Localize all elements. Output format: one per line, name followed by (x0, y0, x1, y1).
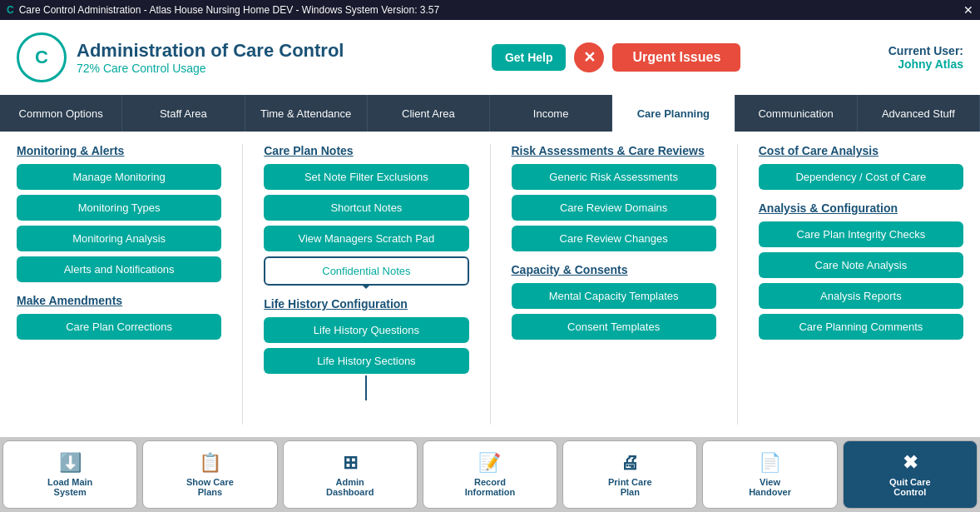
logo-circle: C (17, 32, 67, 82)
tab-client-area[interactable]: Client Area (368, 95, 490, 132)
title-bar: C Care Control Administration - Atlas Ho… (0, 0, 980, 20)
nav-tabs: Common Options Staff Area Time & Attenda… (0, 95, 980, 132)
life-history-sections-button[interactable]: Life History Sections (264, 348, 468, 374)
care-review-domains-button[interactable]: Care Review Domains (512, 195, 716, 221)
care-note-analysis-button[interactable]: Care Note Analysis (759, 252, 963, 278)
column-monitoring: Monitoring & Alerts Manage Monitoring Mo… (17, 144, 221, 425)
admin-dashboard-label: AdminDashboard (326, 477, 374, 497)
section-capacity-consents: Capacity & Consents (512, 263, 716, 276)
analysis-reports-button[interactable]: Analysis Reports (759, 283, 963, 309)
view-handover-button[interactable]: 📄 ViewHandover (702, 440, 837, 509)
logo-letter: C (35, 47, 48, 68)
tab-income[interactable]: Income (490, 95, 612, 132)
divider-3 (737, 144, 738, 425)
view-handover-icon: 📄 (759, 452, 781, 474)
section-analysis-config: Analysis & Configuration (759, 201, 963, 215)
quit-care-control-icon: ✖ (903, 452, 918, 474)
section-monitoring-alerts: Monitoring & Alerts (17, 144, 221, 157)
manage-monitoring-button[interactable]: Manage Monitoring (17, 164, 221, 190)
record-information-icon: 📝 (478, 452, 501, 474)
care-review-changes-button[interactable]: Care Review Changes (512, 226, 716, 251)
show-care-plans-label: Show CarePlans (186, 477, 234, 497)
tab-staff-area[interactable]: Staff Area (122, 95, 245, 132)
monitoring-analysis-button[interactable]: Monitoring Analysis (17, 226, 221, 251)
bottom-bar: ⬇️ Load MainSystem 📋 Show CarePlans ⊞ Ad… (0, 437, 980, 512)
tab-time-attendance[interactable]: Time & Attendance (245, 95, 368, 132)
life-history-questions-button[interactable]: Life History Questions (264, 317, 468, 343)
monitoring-types-button[interactable]: Monitoring Types (17, 195, 221, 221)
header: C Administration of Care Control 72% Car… (0, 20, 980, 95)
header-title: Administration of Care Control (77, 40, 344, 62)
get-help-button[interactable]: Get Help (492, 44, 567, 71)
header-user: Current User: Johny Atlas (888, 44, 963, 71)
record-information-label: RecordInformation (465, 477, 516, 497)
confidential-notes-button[interactable]: Confidential Notes (264, 256, 468, 286)
tab-care-planning[interactable]: Care Planning (612, 95, 735, 132)
shortcut-notes-button[interactable]: Shortcut Notes (264, 195, 468, 221)
tooltip-arrow (264, 375, 468, 400)
view-handover-label: ViewHandover (749, 477, 791, 497)
section-care-plan-notes: Care Plan Notes (264, 144, 468, 157)
app-icon: C (7, 4, 14, 16)
load-main-system-icon: ⬇️ (59, 452, 82, 474)
divider-2 (490, 144, 491, 425)
window-close-button[interactable]: ✕ (963, 3, 973, 17)
tab-common-options[interactable]: Common Options (0, 95, 122, 132)
admin-dashboard-button[interactable]: ⊞ AdminDashboard (283, 440, 418, 509)
print-care-plan-icon: 🖨 (621, 452, 639, 474)
print-care-plan-label: Print CarePlan (608, 477, 652, 497)
section-risk-assessments: Risk Assessments & Care Reviews (512, 144, 716, 157)
divider-1 (242, 144, 243, 425)
record-information-button[interactable]: 📝 RecordInformation (423, 440, 557, 509)
care-plan-corrections-button[interactable]: Care Plan Corrections (17, 314, 221, 340)
tab-communication[interactable]: Communication (735, 95, 858, 132)
section-life-history: Life History Configuration (264, 297, 468, 311)
column-risk-assessments: Risk Assessments & Care Reviews Generic … (512, 144, 716, 425)
mental-capacity-templates-button[interactable]: Mental Capacity Templates (512, 283, 716, 309)
main-content: Monitoring & Alerts Manage Monitoring Mo… (0, 132, 980, 437)
close-button[interactable]: ✕ (574, 42, 604, 72)
header-center: Get Help ✕ Urgent Issues (492, 42, 740, 72)
header-subtitle: 72% Care Control Usage (77, 62, 344, 75)
column-cost-of-care: Cost of Care Analysis Dependency / Cost … (759, 144, 963, 425)
set-note-filter-button[interactable]: Set Note Filter Exclusions (264, 164, 468, 190)
section-make-amendments: Make Amendments (17, 294, 221, 307)
admin-dashboard-icon: ⊞ (343, 452, 358, 474)
show-care-plans-button[interactable]: 📋 Show CarePlans (142, 440, 277, 509)
alerts-notifications-button[interactable]: Alerts and Notifications (17, 256, 221, 282)
quit-care-control-label: Quit CareControl (889, 477, 931, 497)
show-care-plans-icon: 📋 (199, 452, 221, 474)
view-managers-scratch-pad-button[interactable]: View Managers Scratch Pad (264, 226, 468, 251)
current-user-label: Current User: (888, 44, 963, 57)
load-main-system-button[interactable]: ⬇️ Load MainSystem (2, 440, 137, 509)
print-care-plan-button[interactable]: 🖨 Print CarePlan (562, 440, 697, 509)
generic-risk-assessments-button[interactable]: Generic Risk Assessments (512, 164, 716, 190)
quit-care-control-button[interactable]: ✖ Quit CareControl (843, 440, 978, 509)
consent-templates-button[interactable]: Consent Templates (512, 314, 716, 340)
urgent-issues-button[interactable]: Urgent Issues (612, 43, 740, 72)
dependency-cost-of-care-button[interactable]: Dependency / Cost of Care (759, 164, 963, 190)
section-cost-of-care: Cost of Care Analysis (759, 144, 963, 157)
tab-advanced-stuff[interactable]: Advanced Stuff (858, 95, 980, 132)
column-care-plan-notes: Care Plan Notes Set Note Filter Exclusio… (264, 144, 468, 425)
current-user-name: Johny Atlas (888, 57, 963, 71)
care-plan-integrity-checks-button[interactable]: Care Plan Integrity Checks (759, 221, 963, 247)
header-logo: C Administration of Care Control 72% Car… (17, 32, 344, 82)
title-bar-text: Care Control Administration - Atlas Hous… (19, 4, 440, 16)
load-main-system-label: Load MainSystem (47, 477, 92, 497)
care-planning-comments-button[interactable]: Care Planning Comments (759, 314, 963, 340)
